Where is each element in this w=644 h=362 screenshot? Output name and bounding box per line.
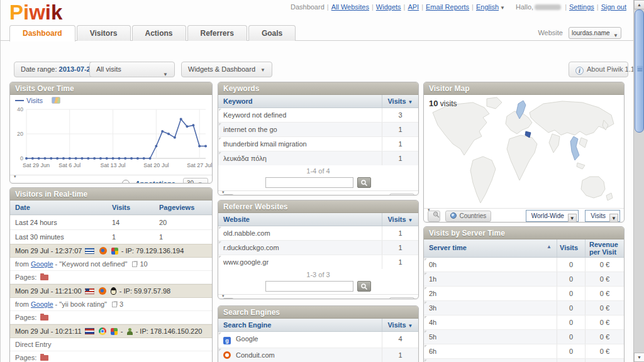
bar-chart-view-icon[interactable]	[270, 298, 282, 299]
tab-goals[interactable]: Goals	[248, 25, 296, 41]
referrer-link[interactable]: Google	[31, 300, 53, 308]
rows-limit-select[interactable]: 25▼	[389, 194, 414, 195]
pages-folder-icon[interactable]	[40, 315, 48, 321]
scrollbar-thumb[interactable]	[635, 9, 644, 133]
svg-text:20: 20	[17, 131, 23, 137]
expanded-table-view-icon[interactable]	[238, 194, 250, 195]
pageviews-count-icon	[112, 302, 117, 307]
col-pageviews[interactable]: Pageviews	[158, 200, 212, 214]
col-visits[interactable]: Visits	[111, 200, 158, 214]
website-select[interactable]: lourdas.name▼	[569, 27, 621, 39]
col-search-engine[interactable]: Search Engine	[218, 319, 382, 331]
col-website[interactable]: Website	[218, 213, 382, 226]
table-row: 7h00 €	[424, 358, 624, 362]
map-region-select[interactable]: World-Wide▼	[526, 210, 579, 222]
widget-header[interactable]: Search Engines	[218, 306, 418, 319]
tab-dashboard[interactable]: Dashboard	[9, 25, 75, 41]
col-visits-sort[interactable]: Visits▼	[382, 95, 418, 107]
flag-tricolor-icon	[85, 328, 94, 334]
nav-sign-out[interactable]: Sign out	[601, 3, 626, 11]
search-input[interactable]	[265, 281, 353, 292]
image-export-icon[interactable]	[30, 178, 42, 184]
widgets-dashboard-menu-button[interactable]: Widgets & Dashboard▼	[181, 62, 272, 77]
user-greeting: Hallo,	[516, 3, 533, 11]
pageviews-count-icon	[132, 261, 137, 267]
pages-folder-icon[interactable]	[40, 355, 48, 361]
annotations-link[interactable]: Annotations	[135, 180, 175, 184]
piwik-dashboard-page: Piwik Dashboard|All Websites|Widgets|API…	[0, 0, 644, 362]
nav-settings[interactable]: Settings	[569, 3, 594, 11]
tab-referrers[interactable]: Referrers	[187, 25, 247, 41]
nav-language-menu[interactable]: English	[476, 3, 499, 11]
tab-visitors[interactable]: Visitors	[77, 25, 131, 41]
datatable-body: Google4 Conduit.com1 Google Images1	[218, 332, 418, 362]
map-country-vietnam[interactable]	[570, 136, 579, 160]
metric-picker-icon[interactable]	[52, 97, 60, 104]
referrer-link[interactable]: Google	[31, 260, 53, 268]
export-image-icon[interactable]	[14, 178, 26, 184]
goals-flag-icon[interactable]	[255, 298, 266, 299]
search-button[interactable]	[357, 281, 371, 292]
widget-header[interactable]: Visits by Server Time	[424, 227, 624, 239]
nav-api[interactable]: API	[408, 3, 419, 11]
search-button[interactable]	[357, 177, 371, 188]
export-icon[interactable]	[287, 298, 298, 299]
scroll-up-button[interactable]: ▲	[634, 0, 644, 9]
widget-keywords: Keywords Keyword Visits▼ Keyword not def…	[218, 82, 419, 195]
bar-chart-view-icon[interactable]	[270, 194, 282, 195]
datatable-header: Server time▲ Visits Revenueper Visit	[424, 239, 624, 258]
gear-icon[interactable]: ⚙	[374, 299, 382, 299]
piwik-logo[interactable]: Piwik	[9, 0, 62, 25]
table-row: Keyword not defined3	[218, 108, 418, 122]
scroll-down-button[interactable]: ▼	[634, 353, 644, 362]
table-row: 3h00 €	[424, 300, 624, 315]
map-metric-select[interactable]: Visits▼	[585, 210, 620, 222]
col-date[interactable]: Date	[10, 200, 111, 214]
widget-footer-handle[interactable]: ▾	[222, 293, 225, 299]
chart-rows-limit-select[interactable]: 30▼	[183, 178, 208, 184]
col-visits[interactable]: Visits	[557, 239, 585, 257]
chevron-down-icon: ▼	[568, 214, 577, 222]
about-piwik-button[interactable]: iAbout Piwik 1.12	[569, 62, 628, 77]
world-map[interactable]: 10 visits	[424, 95, 624, 208]
col-server-time-sort[interactable]: Server time▲	[424, 239, 557, 257]
rows-limit-select[interactable]: 25▼	[389, 297, 414, 299]
export-icon[interactable]	[287, 194, 298, 195]
chevron-down-icon: ▼	[500, 5, 505, 11]
svg-text:Sat 13 Jul: Sat 13 Jul	[101, 162, 126, 168]
col-visits-sort[interactable]: Visits▼	[382, 213, 418, 226]
col-visits-sort[interactable]: Visits▼	[382, 319, 418, 331]
pagination-label: 1-4 of 4	[218, 165, 418, 175]
sort-desc-icon: ▼	[408, 323, 413, 329]
sort-desc-icon: ▼	[408, 99, 413, 105]
gear-icon[interactable]: ⚙	[374, 195, 382, 195]
nav-all-websites[interactable]: All Websites	[331, 3, 369, 11]
annotations-icon[interactable]	[122, 180, 130, 184]
widget-footer-handle[interactable]: ▾	[222, 190, 225, 195]
logo-letter: i	[45, 0, 51, 25]
summary-row: Last 30 minutes 1 1	[10, 229, 212, 244]
widget-header[interactable]: Referrer Websites	[218, 200, 418, 213]
segment-select-button[interactable]: All visits▼	[89, 62, 175, 77]
nav-email-reports[interactable]: Email Reports	[426, 3, 469, 11]
goals-flag-icon[interactable]	[255, 194, 266, 195]
widget-footer-handle[interactable]: ▾	[14, 174, 16, 179]
widget-header[interactable]: Visitor Map	[424, 82, 624, 95]
widget-header[interactable]: Visits Over Time	[10, 82, 212, 95]
pages-folder-icon[interactable]	[40, 275, 48, 280]
widget-footer-handle[interactable]: ▾	[428, 207, 430, 212]
widget-header[interactable]: Visitors in Real-time	[10, 188, 212, 200]
search-input[interactable]	[265, 177, 353, 188]
expanded-table-view-icon[interactable]	[238, 298, 250, 299]
windows-os-icon	[111, 328, 118, 335]
map-countries-button[interactable]: Countries	[445, 211, 491, 222]
widget-header[interactable]: Keywords	[218, 82, 418, 95]
col-revenue-per-visit[interactable]: Revenueper Visit	[585, 239, 624, 257]
vertical-scrollbar[interactable]: ▲ ▼	[633, 0, 644, 362]
table-row: r.duckduckgo.com1	[218, 240, 418, 255]
widget-visits-over-time: Visits Over Time Visits 02040Sat 29 JunS…	[9, 82, 213, 184]
nav-widgets[interactable]: Widgets	[376, 3, 401, 11]
tab-actions[interactable]: Actions	[132, 25, 186, 41]
website-label: Website	[538, 29, 563, 36]
col-keyword[interactable]: Keyword	[218, 95, 382, 107]
